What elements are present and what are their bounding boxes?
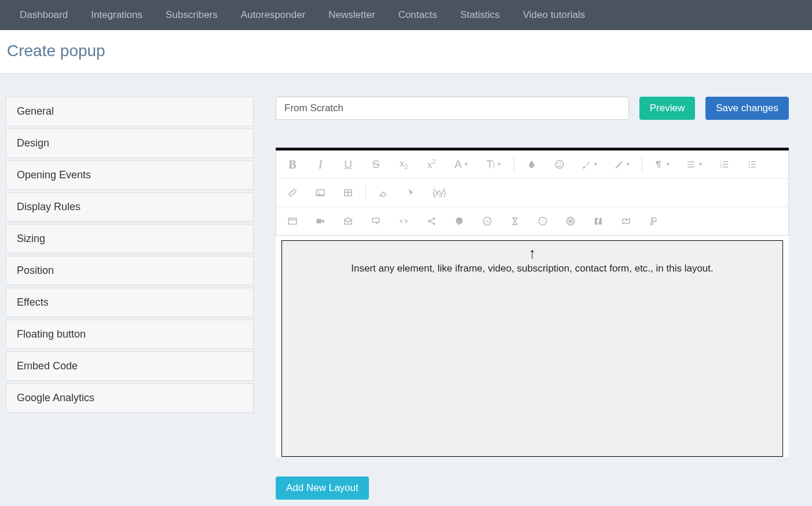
cookie-icon <box>537 216 548 226</box>
insert-video-button[interactable] <box>306 211 334 232</box>
list-ul-icon <box>747 159 758 170</box>
insert-iframe-button[interactable] <box>279 211 306 232</box>
save-changes-button[interactable]: Save changes <box>705 97 789 120</box>
nav-dashboard[interactable]: Dashboard <box>8 9 79 21</box>
svg-rect-13 <box>316 219 321 223</box>
strikethrough-button[interactable]: S <box>362 154 390 175</box>
svg-point-24 <box>543 219 544 221</box>
emoji-button[interactable] <box>546 154 573 175</box>
underline-button[interactable]: U <box>334 154 362 175</box>
nav-autoresponder[interactable]: Autoresponder <box>229 9 317 21</box>
unordered-list-button[interactable] <box>738 154 766 175</box>
sidebar-item-embed-code[interactable]: Embed Code <box>6 351 254 381</box>
hourglass-icon <box>510 216 520 226</box>
svg-point-6 <box>749 161 750 162</box>
age-badge-icon: 18+ <box>482 216 492 226</box>
text-color-button[interactable] <box>518 154 546 175</box>
rich-editor: B I U S x2 x2 A▼ T|▼ <box>276 148 789 457</box>
code-icon <box>398 216 409 226</box>
braces-icon: {xy} <box>433 188 446 198</box>
superscript-button[interactable]: x2 <box>418 154 445 175</box>
select-button[interactable] <box>397 182 425 203</box>
svg-point-0 <box>555 160 564 168</box>
insert-share-button[interactable] <box>418 211 445 232</box>
sidebar-item-design[interactable]: Design <box>6 129 254 158</box>
top-nav: Dashboard Integrations Subscribers Autor… <box>0 0 812 30</box>
table-icon <box>343 188 353 198</box>
caret-down-icon: ▼ <box>626 162 631 167</box>
insert-facebook-button[interactable] <box>584 211 612 232</box>
sidebar-item-display-rules[interactable]: Display Rules <box>6 192 254 222</box>
smile-icon <box>554 159 565 170</box>
eraser-button[interactable] <box>370 182 397 203</box>
settings-sidebar: General Design Opening Events Display Ru… <box>6 97 254 500</box>
sidebar-item-floating-button[interactable]: Floating button <box>6 320 254 349</box>
shortcodes-button[interactable]: {xy} <box>425 182 453 203</box>
toolbar-row-1: B I U S x2 x2 A▼ T|▼ <box>276 151 788 178</box>
insert-cookie-button[interactable] <box>529 211 557 232</box>
insert-chat-button[interactable] <box>445 211 473 232</box>
italic-button[interactable]: I <box>306 154 334 175</box>
toolbar-separator <box>514 156 514 173</box>
droplet-icon <box>526 159 537 170</box>
font-size-dropdown[interactable]: T|▼ <box>478 154 510 175</box>
wheel-icon <box>565 216 576 226</box>
insert-countdown-button[interactable] <box>501 211 529 232</box>
link-button[interactable] <box>279 182 306 203</box>
insert-paypal-button[interactable] <box>640 211 668 232</box>
insert-spinner-button[interactable] <box>557 211 584 232</box>
caret-down-icon: ▼ <box>665 162 671 167</box>
align-icon <box>686 159 696 170</box>
caret-down-icon: ▼ <box>496 162 502 167</box>
insert-map-button[interactable] <box>612 211 640 232</box>
insert-age-button[interactable]: 18+ <box>473 211 501 232</box>
nav-video-tutorials[interactable]: Video tutorials <box>511 9 597 21</box>
sidebar-item-sizing[interactable]: Sizing <box>6 224 254 254</box>
sidebar-item-effects[interactable]: Effects <box>6 288 254 317</box>
svg-point-26 <box>544 222 545 223</box>
svg-point-2 <box>560 163 561 164</box>
sidebar-item-google-analytics[interactable]: Google Analytics <box>6 383 254 413</box>
add-new-layout-button[interactable]: Add New Layout <box>276 476 369 500</box>
sidebar-item-opening-events[interactable]: Opening Events <box>6 160 254 190</box>
insert-html-button[interactable] <box>390 211 418 232</box>
svg-text:3: 3 <box>720 166 722 168</box>
page-title-bar: Create popup <box>0 30 812 74</box>
table-button[interactable] <box>334 182 362 203</box>
facebook-icon <box>593 216 603 226</box>
image-button[interactable] <box>306 182 334 203</box>
sidebar-item-general[interactable]: General <box>6 97 254 126</box>
link-icon <box>287 188 298 198</box>
svg-point-18 <box>456 217 463 224</box>
preview-button[interactable]: Preview <box>639 97 695 120</box>
editor-area: Preview Save changes B I U S x2 x2 A▼ T|… <box>276 97 789 500</box>
font-family-dropdown[interactable]: A▼ <box>445 154 478 175</box>
nav-integrations[interactable]: Integrations <box>79 9 154 21</box>
nav-statistics[interactable]: Statistics <box>449 9 511 21</box>
bold-button[interactable]: B <box>279 154 306 175</box>
cursor-icon <box>406 188 416 198</box>
envelope-open-icon <box>343 216 353 226</box>
brush-dropdown[interactable]: ▼ <box>573 154 606 175</box>
magic-dropdown[interactable]: ▼ <box>606 154 638 175</box>
share-icon <box>426 216 437 226</box>
editor-canvas[interactable]: ↑ Insert any element, like iframe, video… <box>281 240 783 457</box>
paragraph-dropdown[interactable]: ▼ <box>646 154 678 175</box>
svg-point-1 <box>558 163 559 164</box>
insert-button-button[interactable] <box>362 211 390 232</box>
subscript-button[interactable]: x2 <box>390 154 418 175</box>
content: General Design Opening Events Display Ru… <box>0 74 812 506</box>
toolbar-separator <box>365 185 366 201</box>
paypal-icon <box>649 216 659 226</box>
svg-point-8 <box>749 166 750 167</box>
align-dropdown[interactable]: ▼ <box>678 154 711 175</box>
ordered-list-button[interactable]: 123 <box>711 154 738 175</box>
nav-subscribers[interactable]: Subscribers <box>154 9 229 21</box>
paintbrush-icon <box>581 159 591 170</box>
sidebar-item-position[interactable]: Position <box>6 256 254 285</box>
popup-name-input[interactable] <box>276 97 629 120</box>
nav-newsletter[interactable]: Newsletter <box>317 9 386 21</box>
nav-contacts[interactable]: Contacts <box>387 9 449 21</box>
insert-subscription-button[interactable] <box>334 211 362 232</box>
caret-down-icon: ▼ <box>463 162 469 167</box>
